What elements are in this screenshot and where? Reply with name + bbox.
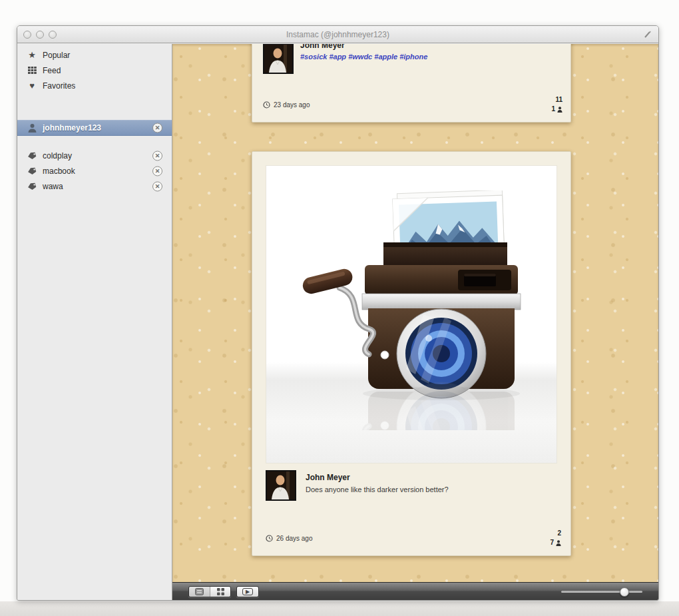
heart-icon: ♥: [27, 81, 37, 91]
grid-view-button[interactable]: [210, 587, 230, 597]
view-mode-segmented-control: [188, 586, 231, 597]
post-caption-hashtags[interactable]: #sosick #app #wwdc #apple #iphone: [300, 53, 427, 61]
tag-icon: [27, 151, 37, 160]
sidebar-item-label: Feed: [43, 66, 61, 75]
sidebar-tag-label: macbook: [43, 166, 75, 176]
sidebar-item-feed[interactable]: Feed: [17, 63, 172, 78]
app-window: Instamac (@johnhmeyer123) ★ Popular: [17, 25, 659, 601]
person-count-icon: [557, 107, 563, 113]
comments-count: 1: [551, 105, 555, 114]
sidebar-item-favorites[interactable]: ♥ Favorites: [17, 78, 172, 93]
list-view-icon: [195, 588, 204, 595]
camera-illustration: [298, 190, 525, 430]
sidebar-item-label: Favorites: [43, 81, 75, 91]
post-author[interactable]: John Meyer: [300, 44, 345, 50]
remove-tag-button[interactable]: ✕: [152, 151, 162, 160]
person-count-icon: [556, 540, 561, 546]
zoom-slider-knob[interactable]: [620, 587, 629, 597]
sidebar-item-tag-macbook[interactable]: macbook ✕: [17, 163, 172, 178]
sidebar-item-popular[interactable]: ★ Popular: [17, 47, 172, 63]
sidebar-item-user-johnhmeyer123[interactable]: johnhmeyer123 ✕: [17, 120, 172, 136]
remove-tag-button[interactable]: ✕: [152, 166, 162, 176]
remove-user-button[interactable]: ✕: [152, 123, 162, 133]
tag-icon: [27, 181, 37, 191]
clock-icon: [263, 101, 270, 109]
post-caption: Does anyone like this darker version bet…: [306, 485, 449, 493]
post-counts: 11 1: [551, 95, 563, 114]
zoom-slider[interactable]: [561, 591, 642, 593]
sidebar-tag-label: wawa: [43, 182, 63, 191]
post-photo[interactable]: [266, 165, 557, 463]
sidebar-tag-label: coldplay: [43, 151, 72, 160]
avatar[interactable]: [266, 470, 296, 501]
window-title: Instamac (@johnhmeyer123): [17, 30, 658, 39]
tag-icon: [27, 166, 37, 176]
bottom-toolbar: ▶: [172, 582, 658, 600]
post-timestamp: 26 days ago: [266, 535, 313, 542]
post-card: John Meyer Does anyone like this darker …: [252, 151, 571, 556]
post-card: John Meyer #sosick #app #wwdc #apple #ip…: [252, 44, 571, 123]
main-content: John Meyer #sosick #app #wwdc #apple #ip…: [172, 44, 658, 600]
likes-count: 11: [555, 95, 563, 105]
play-icon: ▶: [242, 588, 253, 595]
grid-view-icon: [217, 588, 224, 595]
sidebar: ★ Popular: [17, 44, 172, 600]
person-icon: [27, 123, 37, 133]
titlebar: Instamac (@johnhmeyer123): [17, 26, 658, 43]
sidebar-user-label: johnhmeyer123: [43, 123, 101, 133]
sidebar-item-tag-wawa[interactable]: wawa ✕: [17, 178, 172, 194]
screen: Instamac (@johnhmeyer123) ★ Popular: [0, 0, 679, 616]
avatar[interactable]: [263, 44, 294, 74]
sidebar-item-label: Popular: [43, 51, 70, 60]
star-icon: ★: [27, 50, 37, 60]
feed-scroll-area: John Meyer #sosick #app #wwdc #apple #ip…: [172, 44, 658, 582]
list-view-button[interactable]: [189, 587, 210, 597]
slideshow-button[interactable]: ▶: [236, 586, 259, 597]
compose-pencil-icon[interactable]: [642, 29, 653, 40]
remove-tag-button[interactable]: ✕: [152, 181, 162, 191]
desktop-background-strip: [0, 601, 679, 616]
feed-grid-icon: [27, 65, 37, 75]
post-timestamp: 23 days ago: [263, 101, 310, 109]
post-counts: 2 7: [550, 529, 561, 547]
clock-icon: [266, 535, 273, 542]
post-author[interactable]: John Meyer: [306, 473, 350, 482]
comments-count: 7: [550, 538, 554, 547]
likes-count: 2: [557, 529, 561, 538]
sidebar-item-tag-coldplay[interactable]: coldplay ✕: [17, 148, 172, 163]
